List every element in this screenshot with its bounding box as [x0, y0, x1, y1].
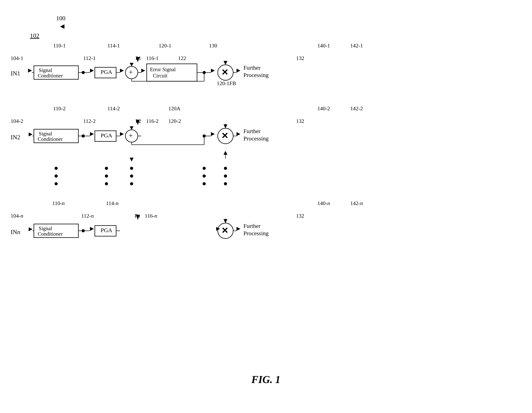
ref-130: 130: [209, 43, 217, 48]
ref-120-1: 120-1: [159, 43, 171, 48]
ref-132-r2: 132: [296, 118, 304, 124]
ref-102: 102: [30, 32, 39, 39]
dots-col1-3: [55, 182, 58, 185]
dot-2b: [203, 134, 206, 138]
ref-116-2: 116-2: [146, 118, 159, 124]
ref-116-1: 116-1: [146, 55, 159, 61]
ref-104-2: 104-2: [11, 118, 23, 124]
further-processing-n-line2: Processing: [243, 230, 269, 236]
in1-label: IN1: [11, 70, 20, 77]
ref-132-rn: 132: [296, 213, 304, 219]
ref-122: 122: [178, 55, 186, 61]
pga2-text: PGA: [101, 132, 112, 139]
ref-114-n: 114-n: [106, 200, 118, 206]
sc1-text2: Conditioner: [38, 73, 63, 79]
ref-110-2: 110-2: [53, 105, 66, 112]
dots-col2-2: [105, 175, 108, 178]
further-processing-n-line1: Further: [243, 223, 260, 229]
plus1-text: +: [129, 68, 133, 76]
ref-114-1: 114-1: [107, 43, 120, 48]
dots-col2-1: [105, 167, 108, 170]
ref-112-2: 112-2: [83, 118, 95, 124]
sc2-text2: Conditioner: [38, 136, 63, 142]
ref-142-2: 142-2: [350, 105, 363, 112]
further-processing-1-line2: Processing: [243, 72, 269, 78]
xn-text: ✕: [221, 226, 228, 235]
dots-col4-3: [203, 182, 206, 185]
pgan-text: PGA: [101, 227, 112, 233]
ref-140-n: 140-n: [317, 200, 330, 206]
dots-col4-1: [203, 167, 206, 170]
in2-label: IN2: [11, 134, 20, 141]
dots-col3-2: [130, 175, 133, 178]
scn-text2: Conditioner: [38, 231, 63, 237]
pga1-text: PGA: [101, 69, 112, 75]
svg-rect-0: [0, 0, 532, 413]
sc1-text1: Signal: [39, 67, 52, 73]
ref-100: 100: [56, 15, 66, 22]
further-processing-1-line1: Further: [243, 65, 260, 71]
dots-col2-3: [105, 182, 108, 185]
sc2-text1: Signal: [39, 131, 52, 137]
dots-col1-1: [55, 167, 58, 170]
ref-116-n: 116-n: [145, 213, 157, 219]
ref-110-1: 110-1: [53, 43, 66, 48]
dots-col5-2: [224, 175, 227, 178]
ref-120-2: 120-2: [168, 118, 181, 124]
ref-104-n: 104-n: [11, 213, 23, 219]
esc-text1: Error Signal: [150, 66, 176, 72]
dots-col5-1: [224, 167, 227, 170]
ref-110-n: 110-n: [52, 200, 65, 206]
dots-col5-3: [224, 182, 227, 185]
plus2-text: +: [129, 131, 133, 140]
ref-112-1: 112-1: [83, 55, 95, 61]
esc-text2: Circuit: [153, 73, 167, 79]
ref-132-r1: 132: [296, 55, 304, 61]
x2-text: ✕: [221, 131, 228, 141]
further-processing-2-line1: Further: [243, 128, 260, 134]
ref-114-2: 114-2: [107, 105, 120, 112]
scn-text1: Signal: [39, 225, 52, 231]
dots-col3-3: [130, 182, 133, 185]
dots-col3-1: [130, 167, 133, 170]
ref-120-1fb: 120-1FB: [217, 80, 236, 86]
ref-140-2: 140-2: [317, 105, 330, 112]
fig-label: FIG. 1: [251, 374, 280, 385]
ref-142-n: 142-n: [350, 200, 363, 206]
arrow-100: ◀: [60, 23, 65, 29]
x1-text: ✕: [221, 68, 228, 77]
inn-label: INn: [11, 228, 20, 235]
ref-104-1: 104-1: [11, 55, 23, 61]
ref-140-1: 140-1: [317, 43, 330, 48]
further-processing-2-line2: Processing: [243, 135, 269, 141]
ref-142-1: 142-1: [350, 43, 363, 48]
dots-col1-2: [55, 175, 58, 178]
ref-120a: 120A: [168, 105, 180, 112]
ref-112-n: 112-n: [81, 213, 94, 219]
dots-col4-2: [203, 175, 206, 178]
